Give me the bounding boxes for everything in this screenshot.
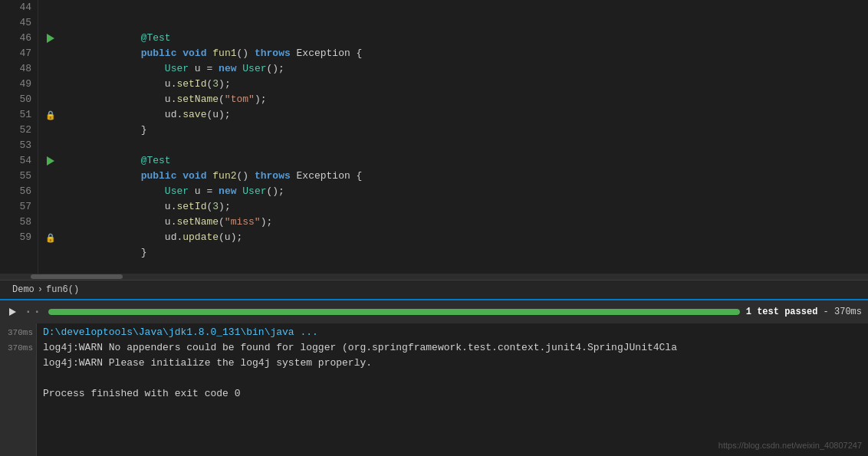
number-3-56: 3 [212, 201, 219, 212]
gutter-54[interactable] [38, 153, 63, 169]
scrollbar-thumb[interactable] [31, 274, 123, 279]
gutter-52 [38, 123, 63, 138]
editor-gutter: 🔒 🔒 [38, 0, 63, 274]
code-line-53: @Test [69, 138, 868, 153]
string-tom: "tom" [225, 93, 255, 105]
run-small-icon[interactable] [6, 306, 18, 318]
ln-58: 58 [9, 215, 31, 230]
more-options-icon[interactable]: ·· [25, 305, 42, 319]
editor-area: 44 45 46 47 48 49 50 51 52 53 54 55 56 5… [0, 0, 868, 299]
gutter-56 [38, 184, 63, 199]
code-line-44 [69, 0, 868, 15]
breadcrumb-demo: Demo [12, 284, 35, 295]
ln-54: 54 [9, 153, 31, 169]
code-line-46: public void fun1() throws Exception { [69, 31, 868, 46]
ln-44: 44 [9, 0, 31, 15]
ln-49: 49 [9, 77, 31, 92]
time-cell-0: 370ms [0, 325, 36, 340]
type-user-new-47: User [242, 63, 266, 74]
type-user-47: User [165, 63, 189, 74]
number-3-48: 3 [212, 78, 219, 90]
console-line-4: Process finished with exit code 0 [43, 386, 862, 402]
method-setname-49: setName [176, 93, 219, 105]
test-time: - 370ms [824, 307, 862, 317]
type-user-55: User [165, 185, 189, 197]
method-setname-57: setName [176, 216, 219, 228]
progress-bar-container [48, 309, 740, 315]
line-numbers: 44 45 46 47 48 49 50 51 52 53 54 55 56 5… [0, 0, 38, 274]
gutter-53 [38, 138, 63, 153]
console-area: 370ms 370ms D:\developtools\Java\jdk1.8.… [0, 323, 868, 456]
test-passed-label: 1 test passed [746, 307, 818, 317]
test-bar: ·· 1 test passed - 370ms [0, 300, 868, 323]
keyword-void-46: void [182, 48, 206, 59]
annotation-53: @Test [117, 155, 170, 166]
ln-52: 52 [9, 123, 31, 138]
method-fun1: fun1 [212, 48, 236, 59]
console-line-2: log4j:WARN Please initialize the log4j s… [43, 356, 862, 371]
console-lines: D:\developtools\Java\jdk1.8.0_131\bin\ja… [37, 323, 868, 456]
method-fun2: fun2 [212, 170, 236, 182]
breadcrumb-fun6: fun6() [46, 284, 79, 295]
gutter-46[interactable] [38, 31, 63, 46]
lock-icon-59: 🔒 [45, 233, 56, 243]
ln-51: 51 [9, 107, 31, 123]
time-cell-2 [0, 356, 36, 371]
method-update: update [182, 231, 219, 243]
keyword-new-47: new [219, 63, 236, 74]
breadcrumb-separator: › [38, 284, 43, 295]
gutter-48 [38, 61, 63, 77]
horizontal-scrollbar[interactable] [0, 274, 868, 280]
lock-icon-51: 🔒 [45, 110, 56, 120]
ln-48: 48 [9, 61, 31, 77]
method-setid-48: setId [176, 78, 206, 90]
keyword-new-55: new [219, 185, 236, 197]
console-line-1: log4j:WARN No appenders could be found f… [43, 340, 862, 356]
gutter-51: 🔒 [38, 107, 63, 123]
ln-50: 50 [9, 92, 31, 107]
gutter-59: 🔒 [38, 230, 63, 245]
time-cell-3 [0, 371, 36, 386]
time-cell-1: 370ms [0, 340, 36, 356]
ln-53: 53 [9, 138, 31, 153]
method-save: save [182, 109, 206, 120]
run-test-icon-fun2[interactable] [47, 156, 54, 166]
annotation-45: @Test [117, 32, 170, 44]
gutter-55 [38, 169, 63, 184]
test-result-text: 1 test passed - 370ms [746, 307, 862, 317]
time-gutter: 370ms 370ms [0, 323, 37, 456]
ln-46: 46 [9, 31, 31, 46]
keyword-public-54: public [141, 170, 177, 182]
time-cell-4 [0, 386, 36, 402]
console-line-0: D:\developtools\Java\jdk1.8.0_131\bin\ja… [43, 325, 862, 340]
keyword-void-54: void [182, 170, 206, 182]
bottom-panel: ·· 1 test passed - 370ms 370ms 370ms D:\… [0, 299, 868, 456]
keyword-throws-46: throws [255, 48, 291, 59]
code-line-52 [69, 123, 868, 138]
gutter-45 [38, 15, 63, 31]
ln-55: 55 [9, 169, 31, 184]
method-setid-56: setId [176, 201, 206, 212]
gutter-58 [38, 215, 63, 230]
gutter-57 [38, 199, 63, 215]
code-line-54: public void fun2() throws Exception { [69, 153, 868, 169]
watermark: https://blog.csdn.net/weixin_40807247 [718, 441, 862, 450]
ln-47: 47 [9, 46, 31, 61]
keyword-public-46: public [141, 48, 177, 59]
code-lines[interactable]: @Test public void fun1() throws Exceptio… [63, 0, 868, 274]
run-test-icon-fun1[interactable] [47, 34, 54, 43]
string-miss: "miss" [225, 216, 261, 228]
code-container: 44 45 46 47 48 49 50 51 52 53 54 55 56 5… [0, 0, 868, 274]
keyword-throws-54: throws [255, 170, 291, 182]
ln-56: 56 [9, 184, 31, 199]
console-line-3 [43, 371, 862, 386]
gutter-49 [38, 77, 63, 92]
ln-57: 57 [9, 199, 31, 215]
type-user-new-55: User [242, 185, 266, 197]
gutter-44 [38, 0, 63, 15]
progress-bar-fill [48, 309, 740, 315]
gutter-50 [38, 92, 63, 107]
breadcrumb: Demo › fun6() [0, 280, 868, 299]
ln-59: 59 [9, 230, 31, 245]
gutter-47 [38, 46, 63, 61]
